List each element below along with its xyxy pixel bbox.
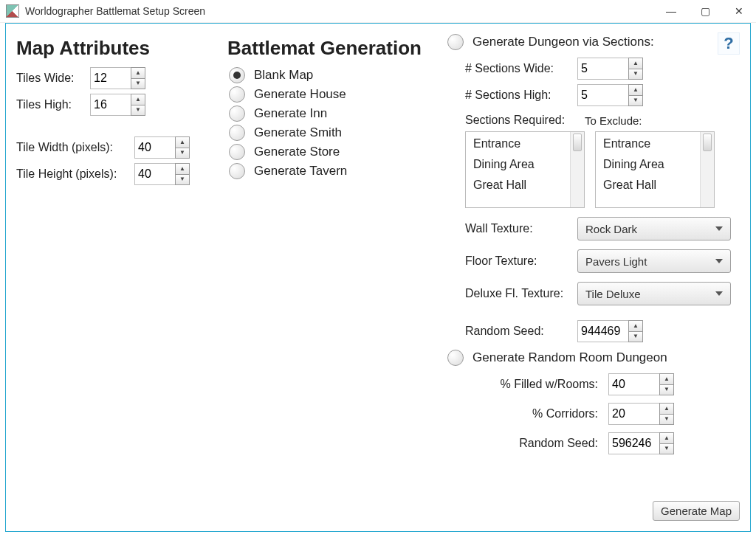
select-value: Pavers Light <box>585 255 647 268</box>
wall-texture-select[interactable]: Rock Dark <box>577 217 731 240</box>
tile-height-input[interactable] <box>134 163 175 185</box>
tiles-high-label: Tiles High: <box>16 98 90 111</box>
scrollbar[interactable] <box>570 132 584 207</box>
tile-height-label: Tile Height (pixels): <box>16 167 134 181</box>
tiles-high-spinner[interactable]: ▲▼ <box>90 94 145 116</box>
radio-random-room-dungeon[interactable]: Generate Random Room Dungeon <box>447 350 740 366</box>
radio-generate-tavern[interactable]: Generate Tavern <box>229 163 428 179</box>
select-value: Tile Deluxe <box>585 288 640 300</box>
list-item[interactable]: Great Hall <box>466 175 570 195</box>
radio-label: Generate House <box>254 87 346 102</box>
floor-texture-label: Floor Texture: <box>465 255 577 268</box>
app-icon <box>6 4 19 18</box>
map-attributes-heading: Map Attributes <box>16 37 208 60</box>
sections-high-input[interactable] <box>577 84 628 106</box>
radio-label: Generate Random Room Dungeon <box>472 350 667 365</box>
spinner-up[interactable]: ▲ <box>659 432 674 443</box>
help-button[interactable]: ? <box>718 32 740 55</box>
spinner-up[interactable]: ▲ <box>659 403 674 414</box>
generate-map-button[interactable]: Generate Map <box>653 501 740 521</box>
spinner-down[interactable]: ▼ <box>628 95 643 107</box>
spinner-down[interactable]: ▼ <box>131 105 145 117</box>
spinner-up[interactable]: ▲ <box>175 163 190 174</box>
radio-blank-map[interactable]: Blank Map <box>229 67 428 83</box>
radio-label: Generate Store <box>254 145 340 159</box>
tile-width-input[interactable] <box>134 136 175 159</box>
corridors-input[interactable] <box>608 403 659 425</box>
radio-dot-icon <box>447 350 464 366</box>
radio-generate-house[interactable]: Generate House <box>229 86 428 103</box>
corridors-label: % Corridors: <box>483 407 608 420</box>
radio-dot-icon <box>229 144 245 160</box>
spinner-down[interactable]: ▼ <box>659 384 674 396</box>
scrollbar-thumb[interactable] <box>573 134 582 151</box>
spinner-down[interactable]: ▼ <box>628 331 643 343</box>
random-seed-2-input[interactable] <box>608 432 659 454</box>
sections-required-list[interactable]: Entrance Dining Area Great Hall <box>465 131 585 208</box>
scrollbar[interactable] <box>700 132 714 207</box>
radio-dungeon-sections[interactable]: Generate Dungeon via Sections: <box>447 34 740 50</box>
filled-rooms-input[interactable] <box>608 373 659 395</box>
list-item[interactable]: Great Hall <box>596 175 700 195</box>
tile-width-spinner[interactable]: ▲▼ <box>134 136 190 159</box>
scrollbar-thumb[interactable] <box>703 134 712 151</box>
radio-generate-store[interactable]: Generate Store <box>229 144 428 160</box>
radio-label: Generate Inn <box>254 106 327 121</box>
radio-generate-inn[interactable]: Generate Inn <box>229 105 428 122</box>
spinner-up[interactable]: ▲ <box>628 84 643 95</box>
spinner-down[interactable]: ▼ <box>175 148 190 159</box>
tile-height-spinner[interactable]: ▲▼ <box>134 163 190 185</box>
chevron-down-icon <box>715 226 723 231</box>
deluxe-floor-texture-select[interactable]: Tile Deluxe <box>577 282 731 305</box>
spinner-down[interactable]: ▼ <box>659 414 674 426</box>
tiles-high-input[interactable] <box>90 94 131 116</box>
list-item[interactable]: Entrance <box>466 134 570 154</box>
radio-dot-icon <box>229 105 245 122</box>
random-seed-spinner[interactable]: ▲▼ <box>577 320 643 342</box>
list-item[interactable]: Dining Area <box>466 154 570 175</box>
battlemat-gen-heading: Battlemat Generation <box>227 37 428 60</box>
random-seed-input[interactable] <box>577 320 628 342</box>
select-value: Rock Dark <box>585 223 637 235</box>
minimize-button[interactable]: — <box>654 0 688 22</box>
random-seed-2-label: Random Seed: <box>483 437 608 450</box>
battlemat-gen-group: Blank Map Generate House Generate Inn Ge… <box>227 67 428 179</box>
radio-dot-icon <box>229 86 245 103</box>
spinner-down[interactable]: ▼ <box>628 69 643 80</box>
sections-required-label: Sections Required: <box>465 114 577 127</box>
radio-generate-smith[interactable]: Generate Smith <box>229 125 428 141</box>
wall-texture-label: Wall Texture: <box>465 222 577 235</box>
chevron-down-icon <box>715 291 723 296</box>
filled-rooms-label: % Filled w/Rooms: <box>483 378 608 391</box>
sections-wide-input[interactable] <box>577 58 628 80</box>
maximize-button[interactable]: ▢ <box>688 0 722 22</box>
spinner-up[interactable]: ▲ <box>659 373 674 384</box>
corridors-spinner[interactable]: ▲▼ <box>608 403 674 425</box>
close-button[interactable]: ✕ <box>722 0 756 22</box>
sections-high-spinner[interactable]: ▲▼ <box>577 84 643 106</box>
spinner-up[interactable]: ▲ <box>175 136 190 148</box>
spinner-up[interactable]: ▲ <box>628 320 643 331</box>
list-item[interactable]: Entrance <box>596 134 700 154</box>
tiles-wide-input[interactable] <box>90 67 131 89</box>
spinner-down[interactable]: ▼ <box>131 78 145 90</box>
to-exclude-list[interactable]: Entrance Dining Area Great Hall <box>595 131 715 208</box>
random-seed-2-spinner[interactable]: ▲▼ <box>608 432 674 454</box>
filled-rooms-spinner[interactable]: ▲▼ <box>608 373 674 395</box>
radio-label: Generate Tavern <box>254 164 347 179</box>
floor-texture-select[interactable]: Pavers Light <box>577 249 731 273</box>
spinner-up[interactable]: ▲ <box>131 67 145 78</box>
spinner-down[interactable]: ▼ <box>175 174 190 186</box>
radio-label: Blank Map <box>254 68 313 83</box>
spinner-up[interactable]: ▲ <box>131 94 145 105</box>
titlebar: Worldographer Battlemat Setup Screen — ▢… <box>0 0 756 23</box>
list-item[interactable]: Dining Area <box>596 154 700 175</box>
sections-wide-spinner[interactable]: ▲▼ <box>577 58 643 80</box>
spinner-down[interactable]: ▼ <box>659 443 674 455</box>
tiles-wide-label: Tiles Wide: <box>16 72 90 85</box>
tiles-wide-spinner[interactable]: ▲▼ <box>90 67 145 89</box>
spinner-up[interactable]: ▲ <box>628 58 643 69</box>
window-title: Worldographer Battlemat Setup Screen <box>25 5 205 17</box>
chevron-down-icon <box>715 259 723 263</box>
radio-dot-icon <box>229 125 245 141</box>
